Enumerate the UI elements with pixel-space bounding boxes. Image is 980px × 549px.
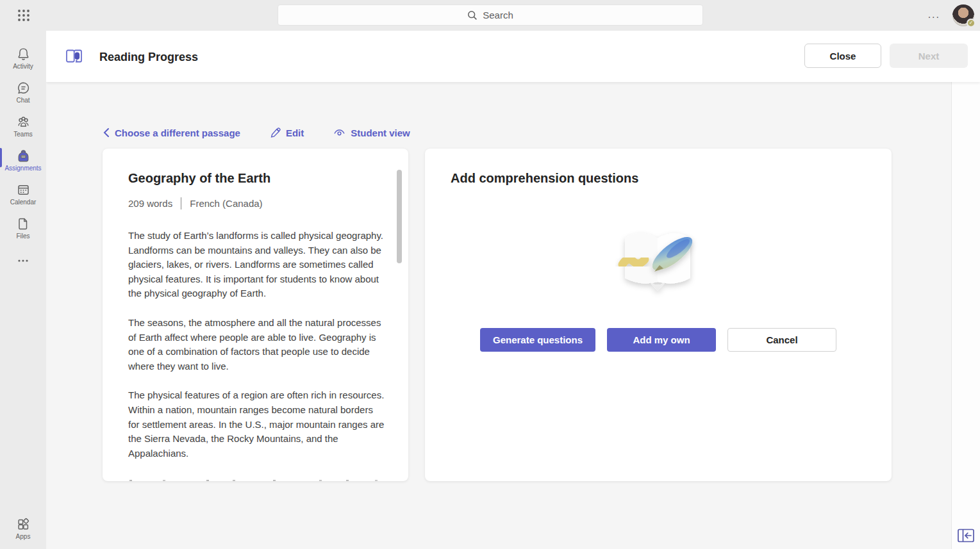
passage-paragraph: The study of Earth’s landforms is called… xyxy=(128,229,386,301)
collapse-panel-icon xyxy=(957,528,975,543)
sidebar-item-label: Apps xyxy=(16,533,31,540)
chat-icon xyxy=(16,81,31,95)
sidebar-item-label: Files xyxy=(16,233,29,240)
choose-different-passage-label: Choose a different passage xyxy=(115,127,240,138)
teams-people-icon xyxy=(16,115,31,129)
passage-word-count: 209 words xyxy=(128,198,172,209)
passage-scrollbar[interactable] xyxy=(397,170,402,263)
clipped-text-line xyxy=(129,479,386,481)
next-button[interactable]: Next xyxy=(890,44,968,68)
generate-questions-button[interactable]: Generate questions xyxy=(480,328,595,352)
backpack-icon xyxy=(16,149,31,163)
comprehension-questions-card: Add comprehension questions xyxy=(425,149,892,481)
search-label: Search xyxy=(483,10,513,20)
sidebar-item-chat[interactable]: Chat xyxy=(0,75,46,109)
calendar-icon xyxy=(16,183,31,197)
passage-meta: 209 words French (Canada) xyxy=(128,197,383,209)
passage-paragraph: The physical features of a region are of… xyxy=(128,388,386,461)
top-bar: Search ... ✓ xyxy=(0,0,980,31)
cancel-button[interactable]: Cancel xyxy=(727,328,836,352)
sidebar-item-files[interactable]: Files xyxy=(0,211,46,245)
passage-title: Geography of the Earth xyxy=(128,171,383,186)
sidebar-item-label: Assignments xyxy=(4,165,41,172)
sidebar-item-calendar[interactable]: Calendar xyxy=(0,177,46,211)
search-icon xyxy=(467,10,478,20)
choose-different-passage-link[interactable]: Choose a different passage xyxy=(103,127,240,138)
book-and-quill-illustration xyxy=(613,223,703,301)
edit-link[interactable]: Edit xyxy=(270,127,304,138)
student-view-link[interactable]: Student view xyxy=(333,127,410,138)
avatar[interactable]: ✓ xyxy=(952,4,974,26)
pencil-icon xyxy=(270,127,281,138)
apps-icon xyxy=(16,517,31,532)
meta-divider xyxy=(181,197,181,209)
document-icon xyxy=(16,217,31,231)
app-sidebar: Activity Chat Teams Assignments xyxy=(0,31,46,549)
sidebar-item-label: Teams xyxy=(13,131,32,138)
reading-progress-icon xyxy=(63,46,85,68)
edit-label: Edit xyxy=(286,127,304,138)
questions-actions: Generate questions Add my own Cancel xyxy=(451,328,866,352)
student-view-label: Student view xyxy=(351,127,410,138)
sidebar-item-label: Chat xyxy=(16,97,29,104)
passage-toolbar: Choose a different passage Edit Student … xyxy=(103,125,951,140)
add-my-own-button[interactable]: Add my own xyxy=(607,328,716,352)
eye-icon xyxy=(333,128,345,137)
app-header: Reading Progress Close Next xyxy=(46,31,980,82)
main-content: Choose a different passage Edit Student … xyxy=(46,82,951,549)
page-title: Reading Progress xyxy=(99,51,198,64)
passage-paragraph: The seasons, the atmosphere and all the … xyxy=(128,316,386,373)
sidebar-item-activity[interactable]: Activity xyxy=(0,41,46,75)
topbar-more-button[interactable]: ... xyxy=(928,10,940,19)
right-rail xyxy=(951,82,980,549)
search-input[interactable]: Search xyxy=(278,4,703,26)
chevron-left-icon xyxy=(103,127,110,138)
bell-icon xyxy=(16,47,31,61)
sidebar-item-assignments[interactable]: Assignments xyxy=(0,143,46,177)
waffle-menu-icon[interactable] xyxy=(17,8,31,22)
passage-language: French (Canada) xyxy=(190,198,262,209)
collapse-panel-button[interactable] xyxy=(956,527,976,544)
sidebar-item-teams[interactable]: Teams xyxy=(0,109,46,143)
sidebar-item-label: Calendar xyxy=(10,199,37,206)
presence-badge: ✓ xyxy=(967,19,976,28)
passage-text: The study of Earth’s landforms is called… xyxy=(128,229,383,461)
sidebar-item-apps[interactable]: Apps xyxy=(0,511,46,545)
sidebar-more-button[interactable] xyxy=(17,245,29,274)
ellipsis-icon xyxy=(17,259,29,263)
sidebar-item-label: Activity xyxy=(13,63,33,70)
questions-panel-title: Add comprehension questions xyxy=(451,171,866,186)
passage-card: Geography of the Earth 209 words French … xyxy=(103,149,408,481)
close-button[interactable]: Close xyxy=(804,44,881,68)
illustration-wrap xyxy=(451,223,866,301)
